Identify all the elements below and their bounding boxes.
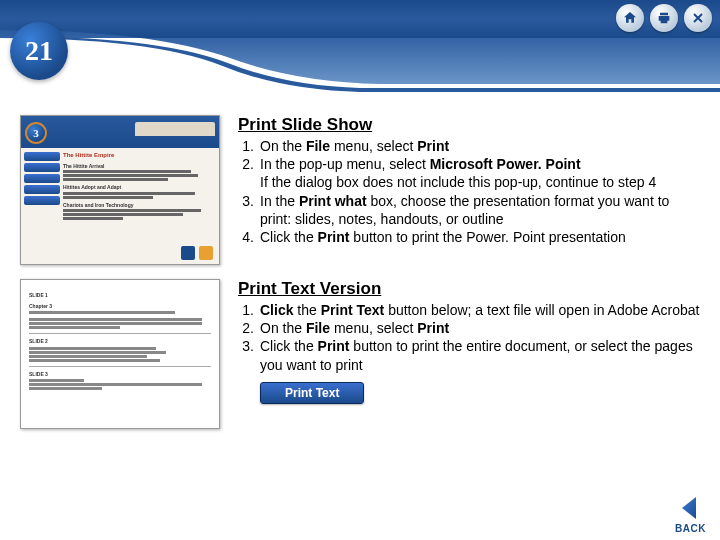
- section-title: Print Text Version: [238, 279, 700, 299]
- chapter-badge: 21: [10, 22, 68, 80]
- content: 3 The Hittite Empire The Hittite Arrival…: [20, 115, 700, 510]
- back-arrow-icon: [676, 493, 706, 523]
- header-icons: [616, 4, 712, 32]
- instructions-slide: 1.On the File menu, select Print2.In the…: [238, 137, 700, 246]
- home-icon[interactable]: [616, 4, 644, 32]
- text-thumbnail: SLIDE 1 Chapter 3 SLIDE 2 SLIDE 3: [20, 279, 220, 429]
- back-label: BACK: [675, 523, 706, 534]
- print-text-button[interactable]: Print Text: [260, 382, 364, 404]
- section-text-version: SLIDE 1 Chapter 3 SLIDE 2 SLIDE 3 Print …: [20, 279, 700, 429]
- section-slide-show: 3 The Hittite Empire The Hittite Arrival…: [20, 115, 700, 265]
- close-icon[interactable]: [684, 4, 712, 32]
- instructions-text: 1.Click the Print Text button below; a t…: [238, 301, 700, 374]
- thumb-badge: 3: [25, 122, 47, 144]
- back-button[interactable]: BACK: [675, 493, 706, 534]
- slide-thumbnail: 3 The Hittite Empire The Hittite Arrival…: [20, 115, 220, 265]
- thumb-title: The Hittite Empire: [63, 152, 213, 160]
- chapter-number: 21: [25, 35, 53, 67]
- header-bar: [0, 0, 720, 38]
- section-body: Print Slide Show 1.On the File menu, sel…: [238, 115, 700, 246]
- section-body: Print Text Version 1.Click the Print Tex…: [238, 279, 700, 404]
- print-icon[interactable]: [650, 4, 678, 32]
- section-title: Print Slide Show: [238, 115, 700, 135]
